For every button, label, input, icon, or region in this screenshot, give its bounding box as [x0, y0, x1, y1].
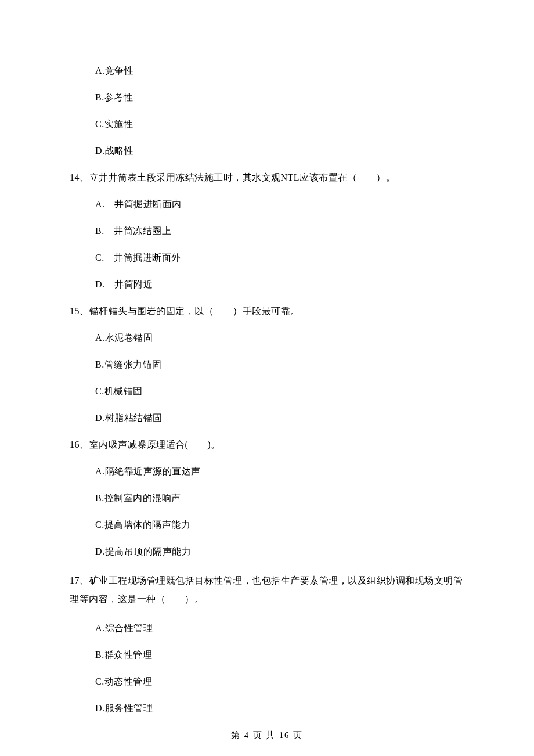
- prev-question-option-c: C.实施性: [95, 117, 464, 131]
- question-17-option-b: B.群众性管理: [95, 648, 464, 662]
- question-15-option-d: D.树脂粘结锚固: [95, 411, 464, 425]
- question-14-stem: 14、立井井筒表土段采用冻结法施工时，其水文观NTL应该布置在（ ）。: [70, 171, 464, 185]
- page-footer: 第 4 页 共 16 页: [0, 729, 534, 742]
- question-14-option-d: D. 井筒附近: [95, 278, 464, 291]
- question-15-option-a: A.水泥卷锚固: [95, 331, 464, 345]
- question-15-option-b: B.管缝张力锚固: [95, 358, 464, 372]
- question-17-stem: 17、矿业工程现场管理既包括目标性管理，也包括生产要素管理，以及组织协调和现场文…: [70, 571, 464, 609]
- question-14-option-b: B. 井筒冻结圈上: [95, 224, 464, 238]
- question-16-option-c: C.提高墙体的隔声能力: [95, 518, 464, 532]
- question-15-stem: 15、锚杆锚头与围岩的固定，以（ ）手段最可靠。: [70, 304, 464, 318]
- question-16-option-a: A.隔绝靠近声源的直达声: [95, 465, 464, 478]
- question-15-option-c: C.机械锚固: [95, 384, 464, 398]
- question-16-option-d: D.提高吊顶的隔声能力: [95, 545, 464, 559]
- prev-question-option-d: D.战略性: [95, 144, 464, 158]
- question-14-option-c: C. 井筒掘进断面外: [95, 251, 464, 265]
- prev-question-option-a: A.竞争性: [95, 64, 464, 78]
- prev-question-option-b: B.参考性: [95, 91, 464, 105]
- question-17-option-d: D.服务性管理: [95, 701, 464, 715]
- question-17-option-a: A.综合性管理: [95, 621, 464, 635]
- question-17-option-c: C.动态性管理: [95, 675, 464, 689]
- page-container: A.竞争性 B.参考性 C.实施性 D.战略性 14、立井井筒表土段采用冻结法施…: [0, 0, 534, 756]
- question-16-stem: 16、室内吸声减噪原理适合( )。: [70, 438, 464, 452]
- question-16-option-b: B.控制室内的混响声: [95, 491, 464, 505]
- question-14-option-a: A. 井筒掘进断面内: [95, 197, 464, 211]
